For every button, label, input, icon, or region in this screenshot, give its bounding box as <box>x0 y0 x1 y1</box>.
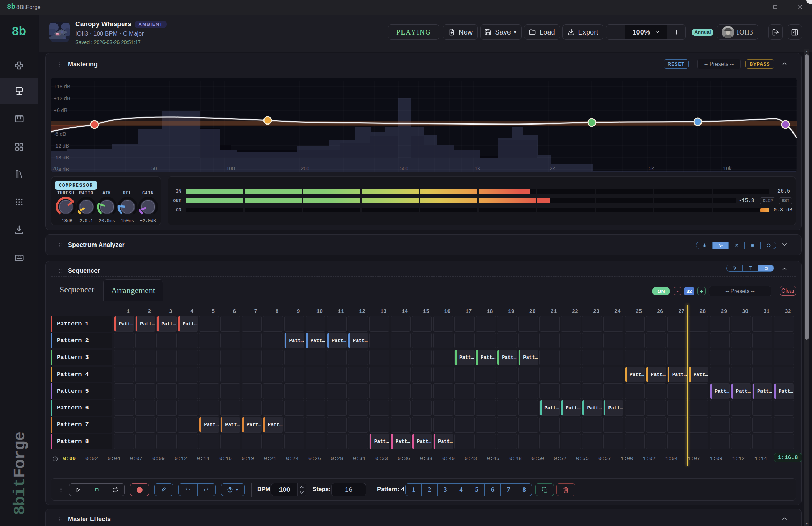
svg-text:2k: 2k <box>550 165 555 171</box>
svg-text:100: 100 <box>226 165 235 171</box>
svg-text:+18 dB: +18 dB <box>54 83 70 89</box>
svg-text:500: 500 <box>400 165 408 171</box>
svg-text:+12 dB: +12 dB <box>54 95 70 101</box>
svg-text:10k: 10k <box>723 165 732 171</box>
svg-text:5k: 5k <box>649 165 654 171</box>
svg-text:-18 dB: -18 dB <box>54 155 69 160</box>
svg-text:-12 dB: -12 dB <box>54 143 69 149</box>
svg-text:50: 50 <box>151 165 157 171</box>
svg-text:20: 20 <box>52 165 58 171</box>
svg-text:+6 dB: +6 dB <box>54 107 68 113</box>
svg-text:200: 200 <box>301 165 309 171</box>
svg-text:1k: 1k <box>475 165 480 171</box>
svg-text:-6 dB: -6 dB <box>54 131 66 137</box>
